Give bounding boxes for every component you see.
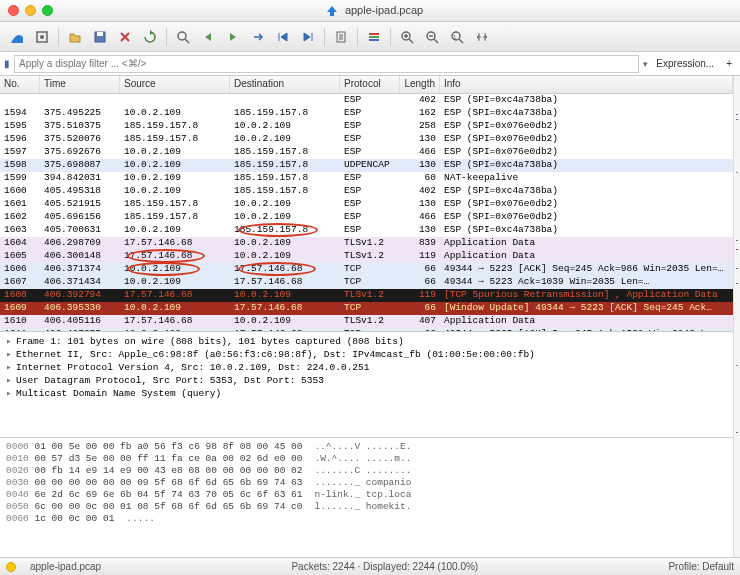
expert-info-icon[interactable] xyxy=(6,562,16,572)
packet-row[interactable]: ESP402ESP (SPI=0xc4a738ba) xyxy=(0,94,733,107)
packet-list-pane[interactable]: No. Time Source Destination Protocol Len… xyxy=(0,76,733,332)
zoom-reset-icon[interactable]: 1 xyxy=(446,26,468,48)
svg-rect-8 xyxy=(369,39,379,41)
toolbar: 1 xyxy=(0,22,740,52)
packet-row[interactable]: 1594375.49522510.0.2.109185.159.157.8ESP… xyxy=(0,107,733,120)
add-filter-button[interactable]: + xyxy=(722,58,736,69)
packet-row[interactable]: 1610406.40511617.57.146.6810.0.2.109TLSv… xyxy=(0,315,733,328)
colorize-icon[interactable] xyxy=(363,26,385,48)
packet-row[interactable]: 1604406.29870917.57.146.6810.0.2.109TLSv… xyxy=(0,237,733,250)
hex-row[interactable]: 0030 00 00 00 00 00 00 09 5f 68 6f 6d 65… xyxy=(6,477,727,489)
col-info[interactable]: Info xyxy=(440,76,733,93)
hex-row[interactable]: 0050 6c 00 00 0c 00 01 08 5f 68 6f 6d 65… xyxy=(6,501,727,513)
zoom-in-icon[interactable] xyxy=(396,26,418,48)
auto-scroll-icon[interactable] xyxy=(330,26,352,48)
hex-row[interactable]: 0000 01 00 5e 00 00 fb a0 56 f3 c6 98 8f… xyxy=(6,441,727,453)
minimize-window-button[interactable] xyxy=(25,5,36,16)
packet-bytes-pane[interactable]: 0000 01 00 5e 00 00 fb a0 56 f3 c6 98 8f… xyxy=(0,438,733,557)
hex-row[interactable]: 0040 6e 2d 6c 69 6e 6b 04 5f 74 63 70 05… xyxy=(6,489,727,501)
go-first-icon[interactable] xyxy=(272,26,294,48)
reload-icon[interactable] xyxy=(139,26,161,48)
packet-row[interactable]: 1605406.30014817.57.146.6810.0.2.109TLSv… xyxy=(0,250,733,263)
zoom-out-icon[interactable] xyxy=(421,26,443,48)
intelligent-scrollbar[interactable] xyxy=(733,76,740,557)
status-filename: apple-ipad.pcap xyxy=(30,561,101,572)
packet-details-pane[interactable]: ▸Frame 1: 101 bytes on wire (808 bits), … xyxy=(0,332,733,438)
col-destination[interactable]: Destination xyxy=(230,76,340,93)
tree-item[interactable]: ▸Frame 1: 101 bytes on wire (808 bits), … xyxy=(6,335,727,348)
titlebar: apple-ipad.pcap xyxy=(0,0,740,22)
resize-columns-icon[interactable] xyxy=(471,26,493,48)
hex-row[interactable]: 0060 1c 00 0c 00 01..... xyxy=(6,513,727,525)
maximize-window-button[interactable] xyxy=(42,5,53,16)
packet-row[interactable]: 1606406.37137410.0.2.10917.57.146.68TCP6… xyxy=(0,263,733,276)
packet-row[interactable]: 1611406.40787510.0.2.10917.57.146.68TCP6… xyxy=(0,328,733,331)
filter-bar: ▮ ▾ Expression... + xyxy=(0,52,740,76)
close-window-button[interactable] xyxy=(8,5,19,16)
svg-point-1 xyxy=(40,35,44,39)
col-protocol[interactable]: Protocol xyxy=(340,76,400,93)
tree-item[interactable]: ▸Internet Protocol Version 4, Src: 10.0.… xyxy=(6,361,727,374)
packet-row[interactable]: 1599394.84203110.0.2.109185.159.157.8ESP… xyxy=(0,172,733,185)
col-source[interactable]: Source xyxy=(120,76,230,93)
tree-item[interactable]: ▸Multicast Domain Name System (query) xyxy=(6,387,727,400)
packet-row[interactable]: 1609406.39533010.0.2.10917.57.146.68TCP6… xyxy=(0,302,733,315)
svg-text:1: 1 xyxy=(453,34,457,40)
packet-row[interactable]: 1602405.696156185.159.157.810.0.2.109ESP… xyxy=(0,211,733,224)
col-time[interactable]: Time xyxy=(40,76,120,93)
go-to-packet-icon[interactable] xyxy=(247,26,269,48)
tree-item[interactable]: ▸Ethernet II, Src: Apple_c6:98:8f (a0:56… xyxy=(6,348,727,361)
close-file-icon[interactable] xyxy=(114,26,136,48)
packet-row[interactable]: 1608406.39279417.57.146.6810.0.2.109TLSv… xyxy=(0,289,733,302)
go-last-icon[interactable] xyxy=(297,26,319,48)
svg-point-4 xyxy=(178,32,186,40)
packet-row[interactable]: 1600405.49531810.0.2.109185.159.157.8ESP… xyxy=(0,185,733,198)
hex-row[interactable]: 0010 00 57 d3 5e 00 00 ff 11 fa ce 0a 00… xyxy=(6,453,727,465)
save-file-icon[interactable] xyxy=(89,26,111,48)
status-profile[interactable]: Profile: Default xyxy=(668,561,734,572)
packet-row[interactable]: 1607406.37143410.0.2.10917.57.146.68TCP6… xyxy=(0,276,733,289)
shark-fin-icon[interactable] xyxy=(6,26,28,48)
packet-row[interactable]: 1595375.510375185.159.157.810.0.2.109ESP… xyxy=(0,120,733,133)
svg-rect-7 xyxy=(369,36,379,38)
go-back-icon[interactable] xyxy=(197,26,219,48)
hex-row[interactable]: 0020 00 fb 14 e9 14 e9 00 43 e8 08 00 00… xyxy=(6,465,727,477)
col-length[interactable]: Length xyxy=(400,76,440,93)
tree-item[interactable]: ▸User Datagram Protocol, Src Port: 5353,… xyxy=(6,374,727,387)
filter-dropdown-icon[interactable]: ▾ xyxy=(643,59,648,69)
go-forward-icon[interactable] xyxy=(222,26,244,48)
packet-row[interactable]: 1596375.520076185.159.157.810.0.2.109ESP… xyxy=(0,133,733,146)
capture-options-icon[interactable] xyxy=(31,26,53,48)
col-no[interactable]: No. xyxy=(0,76,40,93)
packet-list-header: No. Time Source Destination Protocol Len… xyxy=(0,76,733,94)
find-icon[interactable] xyxy=(172,26,194,48)
window-title: apple-ipad.pcap xyxy=(59,4,740,17)
expression-button[interactable]: Expression... xyxy=(652,58,718,69)
packet-row[interactable]: 1598375.69808710.0.2.109185.159.157.8UDP… xyxy=(0,159,733,172)
display-filter-input[interactable] xyxy=(14,55,639,73)
svg-rect-6 xyxy=(369,33,379,35)
open-file-icon[interactable] xyxy=(64,26,86,48)
svg-rect-3 xyxy=(97,32,103,36)
bookmark-filter-icon[interactable]: ▮ xyxy=(4,58,10,69)
status-packets: Packets: 2244 · Displayed: 2244 (100.0%) xyxy=(291,561,478,572)
status-bar: apple-ipad.pcap Packets: 2244 · Displaye… xyxy=(0,557,740,575)
packet-row[interactable]: 1597375.69267610.0.2.109185.159.157.8ESP… xyxy=(0,146,733,159)
packet-row[interactable]: 1601405.521915185.159.157.810.0.2.109ESP… xyxy=(0,198,733,211)
packet-row[interactable]: 1603405.70063110.0.2.109185.159.157.8ESP… xyxy=(0,224,733,237)
